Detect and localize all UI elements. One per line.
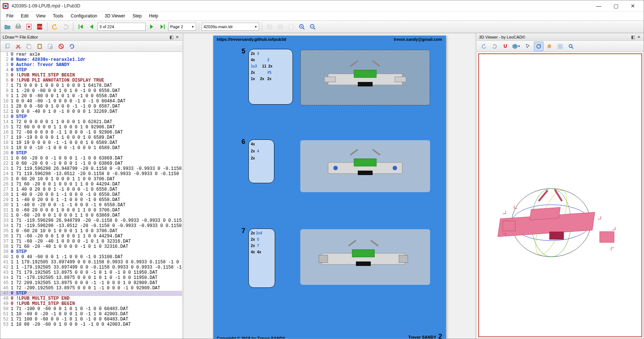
code-line[interactable]: 81 1 -20 0 -80 0 0 1 0 1 0 -1 0 0 6558.D… <box>0 88 182 93</box>
v-pan-icon[interactable] <box>545 42 554 51</box>
menu-file[interactable]: File <box>3 12 17 20</box>
assembly-7[interactable] <box>300 229 430 285</box>
code-line[interactable]: 91 1 20 0 -80 0 0 1 0 1 0 -1 0 0 6558.DA… <box>0 93 182 99</box>
code-line[interactable]: 231 71 119.596298 26.948799 -20 0.1158 0… <box>0 166 182 171</box>
menu-help[interactable]: Help <box>145 12 162 20</box>
pdf-export-icon[interactable]: PDF <box>35 22 44 32</box>
doc-icon[interactable] <box>286 22 296 32</box>
code-line[interactable]: 381 71 60 -20 -40 1 0 0 0 0 -1 0 1 0 323… <box>0 244 182 249</box>
code-line[interactable]: 111 28 0 0 -60 0 1 0 0 0 -1 -1 0 0 6587.… <box>0 104 182 109</box>
code-line[interactable]: 261 71 60 -20 0 0 1 0 0 0 1 1 0 0 44294.… <box>0 182 182 187</box>
code-line[interactable]: 431 71 179.192505 13.8975 0 0 0 -1 0 1 0… <box>0 270 182 275</box>
copy-icon[interactable] <box>3 42 12 51</box>
code-line[interactable]: 451 72 209.192505 13.8975 0 0 0 -1 -1 0 … <box>0 280 182 286</box>
page-position-input[interactable] <box>98 23 146 31</box>
code-line[interactable]: 311 0 -60 20 0 0 0 1 0 0 0 1 1 0 0 3706.… <box>0 208 182 213</box>
code-line[interactable]: 461 72 -209.192505 13.8975 0 0 0 1 -1 0 … <box>0 286 182 291</box>
code-line[interactable]: 71 71 0 0 0 1 0 0 0 1 0 0 0 1 64178.DAT <box>0 83 182 88</box>
code-line[interactable]: 321 0 -60 -20 0 0 1 0 0 0 1 1 0 0 63869.… <box>0 213 182 218</box>
redo-icon[interactable] <box>61 22 70 32</box>
cut-icon[interactable] <box>13 42 23 51</box>
assembly-6[interactable] <box>300 140 430 192</box>
viewer-float-icon[interactable]: ◧ <box>630 34 635 40</box>
code-line[interactable]: 531 10 80 -20 -60 0 1 0 0 0 -1 -1 0 0 42… <box>0 322 182 327</box>
open-file-icon[interactable] <box>3 22 12 32</box>
viewer-canvas[interactable] <box>478 53 642 337</box>
assembly-5[interactable] <box>300 50 430 105</box>
v-select-icon[interactable] <box>523 42 533 51</box>
panel-float-icon[interactable]: ◧ <box>169 34 174 40</box>
code-line[interactable]: 151 72 60 0 0 0 0 1 1 0 0 0 1 0 92906.DA… <box>0 125 182 130</box>
v-undo-icon[interactable] <box>479 42 489 51</box>
code-line[interactable]: 191 19 0 0 -18 -1 0 0 0 -1 0 0 0 1 6589.… <box>0 145 182 151</box>
last-page-icon[interactable] <box>158 22 167 32</box>
minimize-button[interactable]: — <box>590 1 607 11</box>
code-line[interactable]: 371 71 -60 -20 -40 1 0 0 0 0 -1 0 1 0 32… <box>0 239 182 244</box>
submodel-select[interactable]: 42039s-main.ldr▼ <box>202 23 259 31</box>
code-line[interactable]: 141 72 0 0 0 0 0 1 1 0 0 0 1 0 62821.DAT <box>0 119 182 125</box>
code-line[interactable]: 390 STEP <box>0 249 182 254</box>
code-line[interactable]: 521 71 100 0 -60 0 0 -1 0 1 0 -1 0 0 604… <box>0 317 182 322</box>
print-icon[interactable] <box>13 22 23 32</box>
delete-icon[interactable] <box>56 42 66 51</box>
v-zoom-region-icon[interactable] <box>555 42 565 51</box>
code-line[interactable]: 331 71 -119.596298 26.948799 -20 -0.1158… <box>0 218 182 223</box>
code-line[interactable]: 30 Author: Trevor SANDY <box>0 62 182 68</box>
code-line[interactable]: 20 Name: 42039s-rearaxle1.ldr <box>0 57 182 62</box>
code-line[interactable]: 271 1 40 0 20 0 0 1 -1 0 0 0 -1 0 6558.D… <box>0 187 182 192</box>
code-line[interactable]: 211 0 60 -20 0 0 -1 0 0 0 1 -1 0 0 63869… <box>0 156 182 161</box>
code-line[interactable]: 401 0 0 40 -60 0 0 1 -1 0 0 0 -1 0 15100… <box>0 254 182 260</box>
code-line[interactable]: 281 1 40 0 -20 0 0 1 -1 0 0 0 -1 0 6558.… <box>0 192 182 197</box>
menu-edit[interactable]: Edit <box>17 12 32 20</box>
code-line[interactable]: 121 0 0 0 -40 0 1 0 -1 0 0 0 0 1 32269.D… <box>0 109 182 114</box>
v-cube-icon[interactable]: ▼ <box>511 42 521 51</box>
menu-tools[interactable]: Tools <box>49 12 67 20</box>
code-line[interactable]: 421 1 -179.192505 33.897499 0 0 -0.1158 … <box>0 265 182 270</box>
menu-view[interactable]: View <box>32 12 49 20</box>
code-line[interactable]: 130 STEP <box>0 114 182 119</box>
undo-icon[interactable] <box>50 22 60 32</box>
v-rotate-icon[interactable] <box>534 42 544 51</box>
snapshot2-icon[interactable] <box>275 22 285 32</box>
code-line[interactable]: 40 STEP <box>0 68 182 73</box>
copy2-icon[interactable] <box>24 42 34 51</box>
pdf-icon[interactable] <box>24 22 34 32</box>
viewer-close-icon[interactable]: ✕ <box>636 34 641 40</box>
v-zoom-icon[interactable] <box>566 42 576 51</box>
page-preview[interactable]: https://trevorsandy.github.io/lpub3d tre… <box>184 33 475 339</box>
code-line[interactable]: 60 !LPUB PLI ANNOTATION DISPLAY TRUE <box>0 78 182 83</box>
code-editor[interactable]: 10 rear axle20 Name: 42039s-rearaxle1.ld… <box>0 52 182 339</box>
next-page-icon[interactable] <box>147 22 156 32</box>
find-icon[interactable] <box>46 42 55 51</box>
code-line[interactable]: 441 71 -179.192505 13.8975 0 0 0 1 0 1 0… <box>0 275 182 280</box>
menu-3dviewer[interactable]: 3D Viewer <box>101 12 129 20</box>
zoom-in-icon[interactable] <box>297 22 307 32</box>
code-line[interactable]: 341 71 -119.596298 -13.0512 -20 -0.1158 … <box>0 223 182 228</box>
code-line[interactable]: 291 1 -40 0 20 0 0 1 -1 0 0 0 -1 0 6558.… <box>0 197 182 203</box>
menu-step[interactable]: Step <box>129 12 145 20</box>
code-line[interactable]: 161 72 -60 0 0 0 0 -1 1 0 0 0 -1 0 92906… <box>0 130 182 135</box>
paste-icon[interactable] <box>35 42 44 51</box>
code-line[interactable]: 171 19 -19 0 0 0 0 1 1 0 0 0 1 0 6589.DA… <box>0 135 182 140</box>
snapshot-icon[interactable] <box>265 22 274 32</box>
refresh-icon[interactable] <box>67 42 77 51</box>
code-line[interactable]: 411 1 179.192505 33.897499 0 0 0.1158 0.… <box>0 260 182 265</box>
maximize-button[interactable]: ▢ <box>607 1 624 11</box>
code-line[interactable]: 361 71 -60 -20 0 0 1 0 0 0 1 1 0 0 44294… <box>0 234 182 239</box>
code-line[interactable]: 200 STEP <box>0 151 182 156</box>
code-line[interactable]: 490 !LPUB MULTI_STEP BEGIN <box>0 301 182 306</box>
code-line[interactable]: 101 0 0 40 -80 -1 0 0 0 0 -1 0 -1 0 6048… <box>0 99 182 104</box>
zoom-out-icon[interactable] <box>308 22 317 32</box>
code-line[interactable]: 181 19 19 0 0 0 0 -1 -1 0 0 0 1 0 6589.D… <box>0 140 182 145</box>
code-line[interactable]: 50 !LPUB MULTI_STEP BEGIN <box>0 73 182 78</box>
code-line[interactable]: 351 0 -60 20 10 0 1 0 0 0 1 1 0 0 3706.D… <box>0 228 182 234</box>
v-snap-icon[interactable] <box>501 42 510 51</box>
code-line[interactable]: 251 0 60 20 10 0 1 0 0 0 1 1 0 0 3706.DA… <box>0 177 182 182</box>
code-line[interactable]: 511 10 -80 0 -20 -1 0 0 0 1 0 -1 1 0 420… <box>0 312 182 317</box>
code-line[interactable]: 501 71 -100 0 -60 0 0 1 0 1 0 -1 0 0 604… <box>0 306 182 312</box>
close-button[interactable]: ✕ <box>624 1 641 11</box>
code-line[interactable]: 301 1 -40 0 -20 0 0 -1 -1 0 0 0 -1 0 655… <box>0 203 182 208</box>
code-line[interactable]: 221 0 60 -20 0 0 -1 0 0 0 1 -1 0 0 63869… <box>0 161 182 166</box>
code-line[interactable]: 480 !LPUB MULTI_STEP END <box>0 296 182 301</box>
first-page-icon[interactable] <box>76 22 86 32</box>
